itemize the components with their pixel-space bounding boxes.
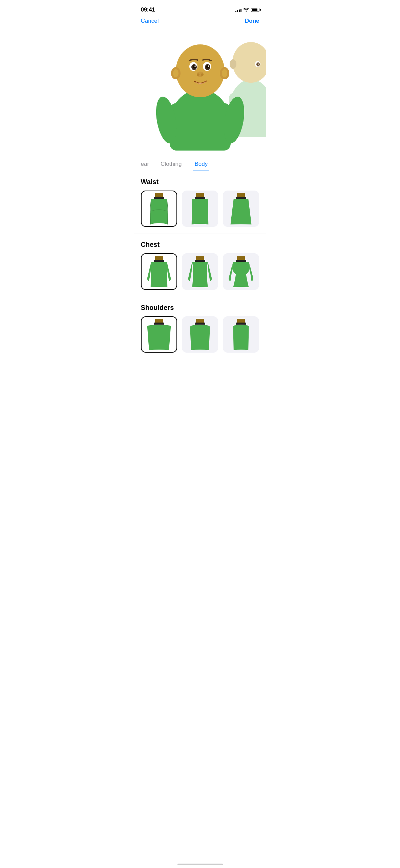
status-icons bbox=[235, 7, 259, 13]
tab-clothing[interactable]: Clothing bbox=[159, 157, 183, 171]
chest-options-row bbox=[141, 253, 259, 290]
shoulders-options-row bbox=[141, 316, 259, 353]
status-time: 09:41 bbox=[141, 6, 155, 13]
svg-rect-39 bbox=[195, 260, 205, 262]
svg-rect-47 bbox=[236, 322, 246, 324]
svg-point-14 bbox=[193, 65, 196, 68]
battery-icon bbox=[251, 8, 259, 12]
shoulders-title: Shoulders bbox=[141, 304, 259, 312]
status-bar: 09:41 bbox=[134, 0, 266, 15]
svg-point-28 bbox=[258, 64, 259, 65]
svg-rect-33 bbox=[195, 197, 205, 199]
shoulders-section: Shoulders bbox=[134, 297, 266, 359]
avatar-main bbox=[156, 35, 244, 151]
svg-point-20 bbox=[201, 74, 204, 76]
chest-section: Chest bbox=[134, 234, 266, 297]
svg-point-21 bbox=[187, 84, 214, 94]
signal-icon bbox=[235, 8, 241, 12]
tab-navigation: ear Clothing Body bbox=[134, 157, 266, 171]
shoulders-option-1[interactable] bbox=[141, 316, 177, 353]
svg-point-17 bbox=[208, 65, 209, 67]
chest-option-2[interactable] bbox=[182, 253, 218, 290]
svg-point-9 bbox=[222, 69, 227, 77]
shoulders-option-3[interactable] bbox=[223, 316, 259, 353]
wifi-icon bbox=[244, 7, 249, 13]
waist-option-1[interactable] bbox=[141, 191, 177, 227]
chest-option-1[interactable] bbox=[141, 253, 177, 290]
body-options: Waist bbox=[134, 171, 266, 359]
waist-options-row bbox=[141, 191, 259, 227]
svg-rect-45 bbox=[195, 322, 205, 324]
tab-body[interactable]: Body bbox=[193, 157, 209, 171]
svg-point-8 bbox=[173, 69, 178, 77]
svg-rect-43 bbox=[154, 322, 164, 324]
chest-title: Chest bbox=[141, 241, 259, 249]
waist-option-3[interactable] bbox=[223, 191, 259, 227]
svg-rect-1 bbox=[170, 103, 231, 151]
nav-bar: Cancel Done bbox=[134, 15, 266, 28]
done-button[interactable]: Done bbox=[245, 18, 259, 24]
svg-point-15 bbox=[206, 65, 210, 68]
chest-option-3[interactable] bbox=[223, 253, 259, 290]
tab-headwear[interactable]: ear bbox=[141, 157, 149, 171]
svg-rect-31 bbox=[154, 197, 164, 199]
waist-title: Waist bbox=[141, 178, 259, 186]
waist-option-2[interactable] bbox=[182, 191, 218, 227]
shoulders-option-2[interactable] bbox=[182, 316, 218, 353]
svg-point-19 bbox=[197, 74, 199, 76]
avatar-preview bbox=[134, 28, 266, 157]
waist-section: Waist bbox=[134, 171, 266, 234]
svg-rect-35 bbox=[236, 197, 246, 199]
svg-point-16 bbox=[194, 65, 196, 67]
svg-rect-41 bbox=[236, 260, 246, 262]
cancel-button[interactable]: Cancel bbox=[141, 18, 159, 24]
svg-rect-37 bbox=[154, 260, 164, 262]
